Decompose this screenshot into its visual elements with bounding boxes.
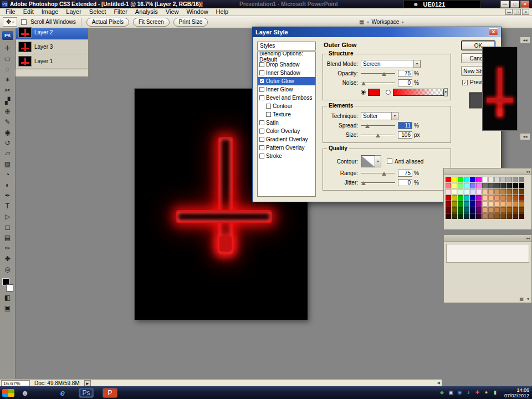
color-swatch[interactable] — [446, 177, 451, 182]
color-swatch[interactable] — [519, 201, 524, 207]
color-swatch[interactable] — [513, 189, 518, 195]
color-swatch[interactable] — [446, 201, 451, 207]
shape-tool[interactable]: ◻ — [1, 222, 14, 233]
panel-menu-icon[interactable]: ▦ — [519, 296, 524, 301]
fit-screen-button[interactable]: Fit Screen — [133, 18, 170, 27]
panel-options-icon[interactable]: ▾ — [527, 296, 529, 301]
color-swatch[interactable] — [488, 201, 494, 207]
powerpoint-taskbar-button[interactable]: P — [103, 388, 117, 398]
status-flyout-button[interactable]: ▶ — [84, 380, 91, 386]
opacity-slider[interactable] — [361, 70, 395, 76]
color-swatch[interactable] — [513, 201, 518, 207]
notes-tool[interactable]: ▤ — [1, 233, 14, 243]
color-swatch[interactable] — [488, 213, 494, 219]
color-swatch[interactable] — [507, 177, 512, 182]
color-swatch[interactable] — [458, 189, 463, 195]
menu-item-image[interactable]: Image — [38, 8, 63, 16]
hand-tool[interactable]: ✥ — [1, 254, 14, 264]
eyedropper-tool[interactable]: ✑ — [1, 243, 14, 254]
style-checkbox[interactable]: ✓ — [259, 79, 264, 84]
color-swatch[interactable] — [452, 195, 457, 201]
dialog-title-bar[interactable]: Layer Style × — [253, 27, 501, 37]
style-item-contour[interactable]: Contour — [258, 102, 315, 110]
color-swatch[interactable] — [452, 183, 457, 188]
color-swatch[interactable] — [476, 201, 482, 207]
technique-select[interactable]: Softer ▾ — [361, 112, 398, 120]
style-item-gradient-overlay[interactable]: Gradient Overlay — [258, 135, 315, 144]
docked-panel-header[interactable]: ◂◂ — [444, 235, 531, 242]
move-tool[interactable]: ✛ — [1, 43, 14, 54]
color-swatch[interactable] — [458, 207, 463, 213]
style-checkbox[interactable] — [266, 112, 271, 117]
color-swatch[interactable] — [500, 201, 506, 207]
color-swatch[interactable] — [494, 183, 500, 188]
current-tool-preset[interactable]: ✥ ▾ — [3, 17, 17, 27]
screen-mode-icon[interactable]: ▣ — [1, 303, 14, 314]
menu-item-analysis[interactable]: Analysis — [131, 8, 162, 16]
color-swatch[interactable] — [482, 177, 488, 182]
scroll-left-icon[interactable]: ◀ — [437, 381, 440, 385]
color-swatch[interactable] — [507, 213, 512, 219]
color-swatch[interactable] — [446, 213, 451, 219]
color-swatch[interactable] — [476, 183, 482, 188]
color-swatch[interactable] — [513, 195, 518, 201]
noise-slider[interactable] — [361, 80, 395, 86]
color-swatch[interactable] — [488, 177, 494, 182]
style-item-blending-options-default[interactable]: Blending Options: Default — [258, 52, 315, 60]
actual-pixels-button[interactable]: Actual Pixels — [86, 18, 129, 27]
gradient-radio[interactable] — [386, 90, 391, 95]
color-swatch[interactable] — [476, 195, 482, 201]
eraser-tool[interactable]: ▱ — [1, 149, 14, 159]
color-swatch[interactable] — [482, 195, 488, 201]
print-size-button[interactable]: Print Size — [173, 18, 208, 27]
color-swatch[interactable] — [494, 177, 500, 182]
color-swatch[interactable] — [458, 177, 463, 182]
color-swatch[interactable] — [494, 195, 500, 201]
style-item-texture[interactable]: Texture — [258, 110, 315, 119]
color-swatch[interactable] — [488, 207, 494, 213]
range-slider[interactable] — [361, 170, 395, 176]
blend-mode-select[interactable]: Screen ▾ — [361, 60, 421, 68]
anti-aliased-checkbox[interactable] — [387, 158, 392, 164]
color-swatch[interactable] — [519, 213, 524, 219]
volume-icon[interactable]: ♪ — [465, 389, 472, 396]
color-swatch[interactable] — [452, 189, 457, 195]
contour-picker-arrow[interactable]: ▾ — [375, 155, 381, 167]
color-swatch[interactable] — [519, 183, 524, 188]
color-swatch[interactable] — [470, 189, 475, 195]
color-swatch[interactable] — [458, 183, 463, 188]
style-checkbox[interactable] — [259, 129, 264, 134]
lasso-tool[interactable]: ◌ — [1, 64, 14, 75]
menu-item-filter[interactable]: Filter — [110, 8, 131, 16]
color-swatch[interactable] — [488, 183, 494, 188]
preview-checkbox[interactable]: ✓ — [462, 80, 468, 85]
path-selection-tool[interactable]: ▷ — [1, 212, 14, 222]
color-swatch[interactable] — [452, 177, 457, 182]
style-item-stroke[interactable]: Stroke — [258, 152, 315, 160]
color-swatch[interactable] — [519, 195, 524, 201]
start-button[interactable] — [2, 389, 14, 397]
style-checkbox[interactable] — [259, 87, 264, 92]
color-swatch[interactable] — [494, 207, 500, 213]
color-swatch[interactable] — [494, 201, 500, 207]
zoom-tool[interactable]: ◎ — [1, 264, 14, 275]
color-swatch[interactable] — [470, 195, 475, 201]
gradient-tool[interactable]: ▨ — [1, 159, 14, 170]
updates-icon[interactable]: ▮ — [492, 389, 499, 396]
color-swatch[interactable] — [446, 195, 451, 201]
history-brush-tool[interactable]: ↺ — [1, 138, 14, 149]
color-swatch[interactable] — [458, 201, 463, 207]
color-swatch[interactable] — [513, 183, 518, 188]
color-swatch[interactable] — [519, 207, 524, 213]
security-center-icon[interactable]: ◆ — [438, 389, 446, 396]
display-settings-icon[interactable]: ▣ — [447, 389, 454, 396]
color-swatch[interactable] — [464, 201, 469, 207]
internet-explorer-icon[interactable]: e — [57, 388, 69, 398]
collapse-icon[interactable]: ◂◂ — [526, 236, 530, 241]
color-swatch[interactable] — [464, 207, 469, 213]
style-checkbox[interactable] — [266, 104, 271, 109]
dodge-tool[interactable]: ◐ — [1, 180, 14, 191]
color-swatch[interactable] — [500, 183, 506, 188]
style-item-satin[interactable]: Satin — [258, 119, 315, 127]
color-swatch[interactable] — [500, 207, 506, 213]
